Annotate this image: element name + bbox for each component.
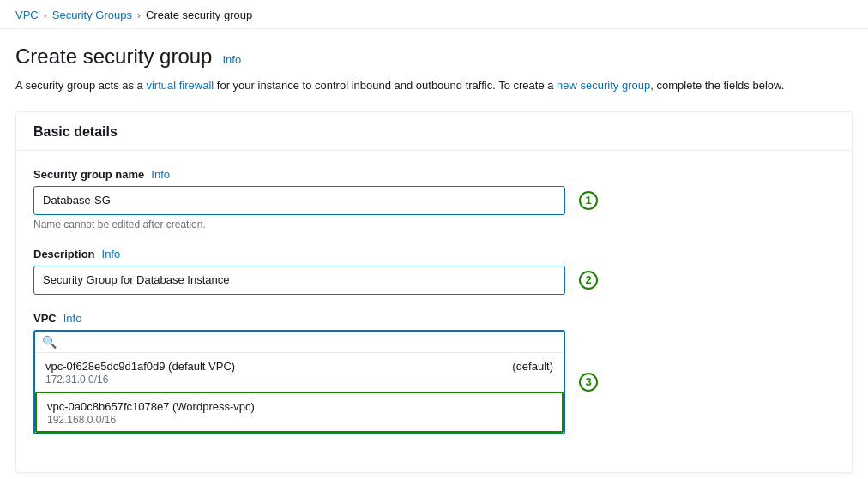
name-label-row: Security group name Info: [33, 168, 835, 181]
vpc-field: VPC Info 🔍 vpc-0f628e5dc9d1: [33, 312, 835, 434]
breadcrumb-sep-1: ›: [44, 9, 47, 21]
name-hint: Name cannot be edited after creation.: [33, 219, 835, 231]
name-input-row: 1: [33, 186, 835, 215]
vpc-input-row: 🔍 vpc-0f628e5dc9d1af0d9 (default VPC) (d…: [33, 330, 835, 434]
name-step-badge: 1: [579, 191, 598, 210]
description-input[interactable]: [33, 266, 565, 295]
security-group-name-input[interactable]: [33, 186, 565, 215]
vpc-option-default-id: vpc-0f628e5dc9d1af0d9 (default VPC): [45, 360, 235, 373]
vpc-option-wordpress-id: vpc-0a0c8b657fc1078e7 (Wordpress-vpc): [47, 400, 255, 413]
vpc-option-default[interactable]: vpc-0f628e5dc9d1af0d9 (default VPC) (def…: [35, 353, 564, 392]
description-label-row: Description Info: [33, 248, 835, 260]
description-label: Description: [33, 248, 95, 260]
search-icon: 🔍: [42, 335, 57, 349]
description-field: Description Info 2: [33, 248, 835, 295]
vpc-search-input-row: 🔍: [35, 332, 564, 352]
virtual-firewall-link[interactable]: virtual firewall: [146, 79, 214, 92]
vpc-info-link[interactable]: Info: [63, 312, 82, 325]
vpc-option-wordpress-row: vpc-0a0c8b657fc1078e7 (Wordpress-vpc): [47, 400, 552, 413]
basic-details-card: Basic details Security group name Info 1…: [15, 111, 853, 473]
vpc-label-row: VPC Info: [33, 312, 835, 325]
breadcrumb-sep-2: ›: [137, 9, 141, 21]
breadcrumb-vpc-link[interactable]: VPC: [15, 9, 39, 21]
vpc-dropdown: vpc-0f628e5dc9d1af0d9 (default VPC) (def…: [35, 352, 564, 433]
vpc-option-wordpress[interactable]: vpc-0a0c8b657fc1078e7 (Wordpress-vpc) 19…: [35, 392, 564, 433]
description-input-row: 2: [33, 266, 835, 295]
vpc-label: VPC: [33, 312, 57, 325]
main-content: Create security group Info A security gr…: [0, 29, 868, 479]
page-title-row: Create security group Info: [15, 45, 853, 69]
card-header-title: Basic details: [33, 124, 118, 139]
description-info-link[interactable]: Info: [102, 248, 121, 260]
page-info-link[interactable]: Info: [222, 53, 241, 66]
vpc-step-badge: 3: [579, 373, 598, 392]
security-group-name-field: Security group name Info 1 Name cannot b…: [33, 168, 835, 231]
vpc-option-wordpress-cidr: 192.168.0.0/16: [47, 414, 552, 426]
vpc-search-input[interactable]: [62, 335, 557, 348]
description-step-badge: 2: [579, 271, 598, 290]
name-info-link[interactable]: Info: [151, 168, 170, 181]
vpc-option-default-label: (default): [512, 360, 553, 373]
breadcrumb-current: Create security group: [146, 9, 252, 21]
breadcrumb: VPC › Security Groups › Create security …: [0, 0, 868, 29]
page-description: A security group acts as a virtual firew…: [15, 77, 853, 94]
vpc-option-default-cidr: 172.31.0.0/16: [45, 374, 553, 386]
card-header: Basic details: [16, 112, 852, 151]
new-security-group-link[interactable]: new security group: [557, 79, 650, 92]
breadcrumb-security-groups-link[interactable]: Security Groups: [52, 9, 132, 21]
vpc-option-default-row: vpc-0f628e5dc9d1af0d9 (default VPC) (def…: [45, 360, 553, 373]
card-body: Security group name Info 1 Name cannot b…: [16, 151, 852, 472]
name-label: Security group name: [33, 168, 144, 181]
vpc-search-wrapper: 🔍 vpc-0f628e5dc9d1af0d9 (default VPC) (d…: [33, 330, 565, 434]
page-title: Create security group: [15, 45, 212, 69]
